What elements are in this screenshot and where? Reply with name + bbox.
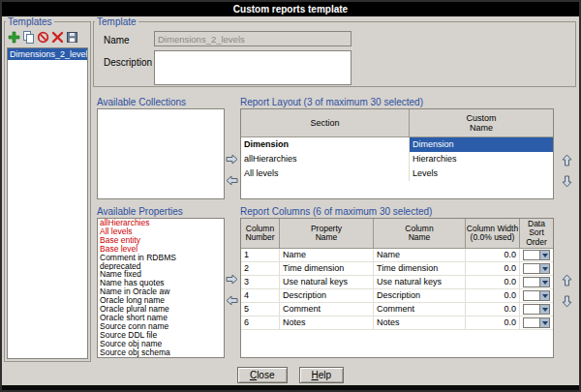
- column-width-cell[interactable]: 0.0: [466, 317, 520, 329]
- column-name-cell[interactable]: Name: [374, 249, 466, 261]
- property-list-item[interactable]: Base level: [98, 245, 224, 254]
- property-list-item[interactable]: Source obj schema: [98, 348, 224, 357]
- report-columns-row[interactable]: 6NotesNotes0.0: [241, 317, 553, 330]
- column-name-cell[interactable]: Time dimension: [374, 262, 466, 275]
- columns-move-up-button[interactable]: [559, 274, 574, 289]
- template-list-item[interactable]: Dimensions_2_levels: [8, 48, 87, 60]
- chevron-down-icon[interactable]: [539, 305, 549, 314]
- property-list-item[interactable]: Name fixed: [98, 270, 224, 279]
- property-name-cell[interactable]: Use natural keys: [280, 276, 374, 288]
- report-columns-row[interactable]: 4DescriptionDescription0.0: [241, 289, 553, 303]
- report-layout-row[interactable]: DimensionDimension: [241, 137, 553, 152]
- column-number-cell[interactable]: 1: [241, 249, 280, 261]
- property-name-cell[interactable]: Comment: [280, 303, 374, 316]
- chevron-down-icon[interactable]: [539, 291, 549, 300]
- layout-move-up-button[interactable]: [559, 154, 574, 169]
- property-list-item[interactable]: Source DDL file: [98, 331, 224, 340]
- property-name-cell[interactable]: Name: [280, 249, 374, 261]
- data-sort-order-cell: [520, 276, 553, 288]
- add-template-button[interactable]: [7, 32, 20, 45]
- chevron-down-icon[interactable]: [539, 264, 549, 273]
- column-width-header[interactable]: Column Width (0.0% used): [466, 219, 520, 248]
- property-list-item[interactable]: Oracle short name: [98, 314, 224, 322]
- column-number-cell[interactable]: 5: [241, 303, 280, 316]
- collections-move-left-button[interactable]: [224, 173, 239, 189]
- sort-order-select[interactable]: [523, 290, 550, 301]
- column-width-cell[interactable]: 0.0: [466, 276, 520, 288]
- description-field[interactable]: [154, 50, 352, 85]
- available-collections-list[interactable]: [97, 108, 225, 199]
- property-list-item[interactable]: Name in Oracle aw: [98, 287, 224, 296]
- property-list-item[interactable]: deprecated: [98, 262, 224, 271]
- deactivate-template-button[interactable]: [36, 32, 49, 45]
- column-number-cell[interactable]: 4: [241, 289, 280, 302]
- sort-order-select[interactable]: [523, 250, 550, 260]
- delete-template-button[interactable]: [50, 32, 64, 45]
- column-name-cell[interactable]: Use natural keys: [374, 276, 466, 288]
- column-name-cell[interactable]: Comment: [374, 303, 466, 316]
- property-list-item[interactable]: Source conn name: [98, 322, 224, 331]
- column-number-cell[interactable]: 6: [241, 317, 280, 329]
- section-cell[interactable]: Dimension: [241, 137, 410, 152]
- column-name-header[interactable]: Column Name: [374, 219, 466, 248]
- sort-order-select[interactable]: [523, 317, 550, 328]
- templates-list[interactable]: Dimensions_2_levels: [7, 47, 88, 359]
- name-field[interactable]: [154, 31, 352, 46]
- property-name-cell[interactable]: Time dimension: [280, 262, 374, 275]
- report-layout-row[interactable]: allHierarchiesHierarchies: [241, 152, 553, 166]
- custom-name-cell[interactable]: Dimension: [410, 137, 553, 152]
- sort-order-select[interactable]: [523, 263, 550, 274]
- property-list-item[interactable]: Source obj name: [98, 340, 224, 348]
- close-button[interactable]: Close: [237, 367, 288, 383]
- sort-order-select[interactable]: [523, 304, 550, 315]
- column-width-cell[interactable]: 0.0: [466, 289, 520, 302]
- custom-name-cell[interactable]: Levels: [410, 166, 553, 181]
- property-list-item[interactable]: allHierarchies: [98, 219, 224, 227]
- data-sort-order-cell: [520, 303, 553, 316]
- sort-order-value: [524, 318, 539, 327]
- properties-move-right-button[interactable]: [224, 272, 239, 287]
- custom-name-cell[interactable]: Hierarchies: [410, 152, 553, 166]
- columns-move-down-button[interactable]: [559, 295, 574, 311]
- available-properties-list[interactable]: allHierarchiesAll levelsBase entityBase …: [97, 218, 225, 358]
- column-number-header[interactable]: Column Number: [241, 219, 280, 248]
- collections-move-right-button[interactable]: [224, 152, 239, 167]
- chevron-down-icon[interactable]: [539, 278, 549, 286]
- property-name-cell[interactable]: Notes: [280, 317, 374, 329]
- report-layout-row[interactable]: All levelsLevels: [241, 166, 553, 181]
- properties-move-left-button[interactable]: [224, 293, 239, 309]
- report-columns-row[interactable]: 5CommentComment0.0: [241, 303, 553, 317]
- sort-order-select[interactable]: [523, 277, 550, 287]
- report-columns-row[interactable]: 3Use natural keysUse natural keys0.0: [241, 276, 553, 289]
- column-width-cell[interactable]: 0.0: [466, 262, 520, 275]
- data-sort-order-header[interactable]: Data Sort Order: [520, 219, 553, 248]
- property-name-cell[interactable]: Description: [280, 289, 374, 302]
- property-list-item[interactable]: Comment in RDBMS: [98, 254, 224, 262]
- save-template-button[interactable]: [65, 32, 78, 45]
- column-name-cell[interactable]: Description: [374, 289, 466, 302]
- custom-name-column-header[interactable]: Custom Name: [410, 109, 553, 136]
- property-list-item[interactable]: Name has quotes: [98, 279, 224, 287]
- column-width-cell[interactable]: 0.0: [466, 249, 520, 261]
- report-columns-row[interactable]: 1NameName0.0: [241, 249, 553, 262]
- property-list-item[interactable]: Oracle long name: [98, 296, 224, 305]
- property-list-item[interactable]: Oracle plural name: [98, 305, 224, 314]
- section-cell[interactable]: All levels: [241, 166, 410, 181]
- layout-move-down-button[interactable]: [559, 175, 574, 191]
- column-number-cell[interactable]: 3: [241, 276, 280, 288]
- column-name-cell[interactable]: Notes: [374, 317, 466, 329]
- property-list-item[interactable]: All levels: [98, 227, 224, 236]
- copy-template-button[interactable]: [21, 32, 35, 45]
- column-width-cell[interactable]: 0.0: [466, 303, 520, 316]
- section-column-header[interactable]: Section: [241, 109, 410, 136]
- chevron-down-icon[interactable]: [539, 318, 549, 327]
- column-number-cell[interactable]: 2: [241, 262, 280, 275]
- property-list-item[interactable]: Base entity: [98, 236, 224, 245]
- property-name-header[interactable]: Property Name: [280, 219, 374, 248]
- sort-order-value: [524, 278, 539, 286]
- chevron-down-icon[interactable]: [539, 251, 549, 259]
- titlebar[interactable]: Custom reports template: [2, 2, 579, 16]
- help-button[interactable]: Help: [299, 367, 345, 383]
- report-columns-row[interactable]: 2Time dimensionTime dimension0.0: [241, 262, 553, 276]
- section-cell[interactable]: allHierarchies: [241, 152, 410, 166]
